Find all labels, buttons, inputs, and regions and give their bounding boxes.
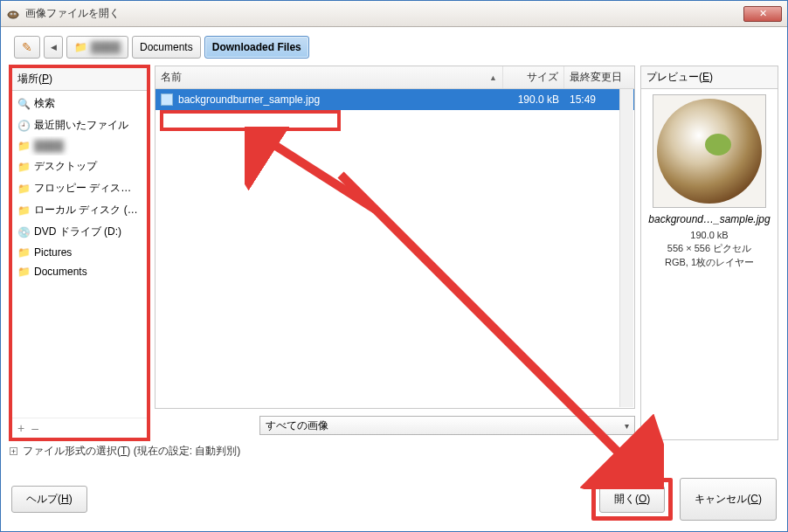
image-file-icon: [161, 93, 173, 106]
search-icon: 🔍: [17, 98, 30, 110]
open-button[interactable]: 開く(O): [599, 486, 665, 513]
center-column: 名前 ▲ サイズ 最終変更日 backgroundburner_sample.j…: [155, 66, 635, 440]
add-place-button[interactable]: +: [17, 421, 24, 435]
preview-thumbnail: [653, 94, 766, 208]
path-segment-documents[interactable]: Documents: [132, 36, 201, 59]
folder-icon: 📁: [17, 183, 30, 195]
close-button[interactable]: ✕: [743, 6, 782, 22]
places-item-label: DVD ドライブ (D:): [34, 225, 121, 239]
places-item-pictures[interactable]: 📁Pictures: [12, 243, 147, 262]
places-item-label: 最近開いたファイル: [34, 118, 128, 133]
places-item-label: デスクトップ: [34, 159, 97, 174]
places-item-search[interactable]: 🔍検索: [12, 93, 147, 114]
titlebar[interactable]: 画像ファイルを開く ✕: [1, 1, 787, 27]
path-segment-downloaded-files[interactable]: Downloaded Files: [204, 36, 309, 59]
svg-point-3: [10, 13, 11, 14]
places-item-recent[interactable]: 🕘最近開いたファイル: [12, 114, 147, 136]
places-item-label: 検索: [34, 96, 55, 111]
preview-dimensions: 556 × 556 ピクセル: [646, 242, 772, 255]
places-item-label: ローカル ディスク (…: [34, 203, 138, 218]
disc-icon: 💿: [17, 226, 30, 238]
titlebar-title: 画像ファイルを開く: [25, 6, 743, 21]
dialog-content: ✎ ◀ 📁 ████ Documents Downloaded Files 場所…: [1, 27, 787, 531]
sort-asc-icon: ▲: [489, 73, 497, 82]
folder-icon: 📁: [74, 41, 87, 53]
file-type-filter-value: すべての画像: [266, 418, 328, 433]
preview-filesize: 190.0 kB: [646, 229, 772, 242]
cancel-button[interactable]: キャンセル(C): [680, 478, 777, 521]
folder-icon: 📁: [17, 266, 30, 278]
column-size[interactable]: サイズ: [503, 66, 564, 88]
file-format-expander[interactable]: + ファイル形式の選択(T) (現在の設定: 自動判別): [10, 440, 778, 462]
clock-icon: 🕘: [17, 120, 30, 132]
file-list-header: 名前 ▲ サイズ 最終変更日: [156, 66, 634, 89]
folder-icon: 📁: [17, 204, 30, 217]
gimp-icon: [6, 7, 20, 21]
svg-point-4: [14, 13, 15, 14]
file-row-name: backgroundburner_sample.jpg: [156, 89, 503, 110]
places-item-desktop[interactable]: 📁デスクトップ: [12, 155, 147, 177]
path-segment-home-label: ████: [91, 41, 121, 53]
path-toolbar: ✎ ◀ 📁 ████ Documents Downloaded Files: [10, 36, 778, 59]
places-panel: 場所(P) 🔍検索 🕘最近開いたファイル 📁████ 📁デスクトップ 📁フロッピ…: [10, 66, 149, 440]
folder-icon: 📁: [17, 246, 30, 259]
help-button[interactable]: ヘルプ(H): [11, 486, 87, 513]
pencil-icon: ✎: [22, 40, 32, 54]
places-item-floppy[interactable]: 📁フロッピー ディス…: [12, 177, 147, 199]
places-add-remove: + –: [12, 418, 147, 438]
places-item-localdisk[interactable]: 📁ローカル ディスク (…: [12, 199, 147, 221]
places-item-user[interactable]: 📁████: [12, 136, 147, 155]
file-size: 190.0 kB: [503, 89, 564, 110]
places-item-label: Documents: [34, 266, 87, 278]
back-button[interactable]: ◀: [44, 36, 63, 59]
bottom-controls: すべての画像 ▾: [155, 416, 635, 440]
file-list-scrollbar[interactable]: [619, 89, 633, 407]
places-item-documents[interactable]: 📁Documents: [12, 262, 147, 281]
preview-filename: background…_sample.jpg: [646, 213, 772, 225]
open-button-highlight: 開く(O): [591, 478, 673, 521]
remove-place-button[interactable]: –: [31, 421, 38, 435]
places-item-label: Pictures: [34, 246, 72, 259]
folder-icon: 📁: [17, 140, 30, 152]
plus-icon: +: [10, 447, 17, 455]
file-type-filter[interactable]: すべての画像 ▾: [259, 416, 635, 435]
preview-header: プレビュー(E): [641, 66, 778, 89]
chevron-left-icon: ◀: [51, 43, 57, 52]
preview-mode: RGB, 1枚のレイヤー: [646, 256, 772, 269]
dialog-buttons: ヘルプ(H) 開く(O) キャンセル(C): [10, 478, 778, 522]
file-name: backgroundburner_sample.jpg: [178, 93, 320, 106]
preview-panel: プレビュー(E) background…_sample.jpg 190.0 kB…: [640, 66, 778, 440]
file-list: 名前 ▲ サイズ 最終変更日 backgroundburner_sample.j…: [155, 66, 635, 409]
places-list: 🔍検索 🕘最近開いたファイル 📁████ 📁デスクトップ 📁フロッピー ディス……: [12, 91, 147, 418]
file-row[interactable]: backgroundburner_sample.jpg 190.0 kB 15:…: [156, 89, 634, 110]
places-item-label: フロッピー ディス…: [34, 181, 131, 196]
body-columns: 場所(P) 🔍検索 🕘最近開いたファイル 📁████ 📁デスクトップ 📁フロッピ…: [10, 66, 778, 440]
column-name-label: 名前: [161, 70, 182, 85]
path-segment-home[interactable]: 📁 ████: [66, 36, 128, 59]
file-open-dialog: 画像ファイルを開く ✕ ✎ ◀ 📁 ████ Documents Downloa…: [0, 0, 788, 532]
svg-point-0: [8, 11, 18, 18]
places-header[interactable]: 場所(P): [12, 68, 147, 91]
column-name[interactable]: 名前 ▲: [156, 66, 503, 88]
chevron-down-icon: ▾: [625, 421, 629, 431]
folder-icon: 📁: [17, 161, 30, 173]
places-item-label: ████: [34, 140, 64, 152]
file-list-rows[interactable]: backgroundburner_sample.jpg 190.0 kB 15:…: [156, 89, 634, 408]
places-item-dvd[interactable]: 💿DVD ドライブ (D:): [12, 221, 147, 243]
edit-path-button[interactable]: ✎: [14, 36, 40, 59]
column-modified[interactable]: 最終変更日: [564, 66, 634, 88]
